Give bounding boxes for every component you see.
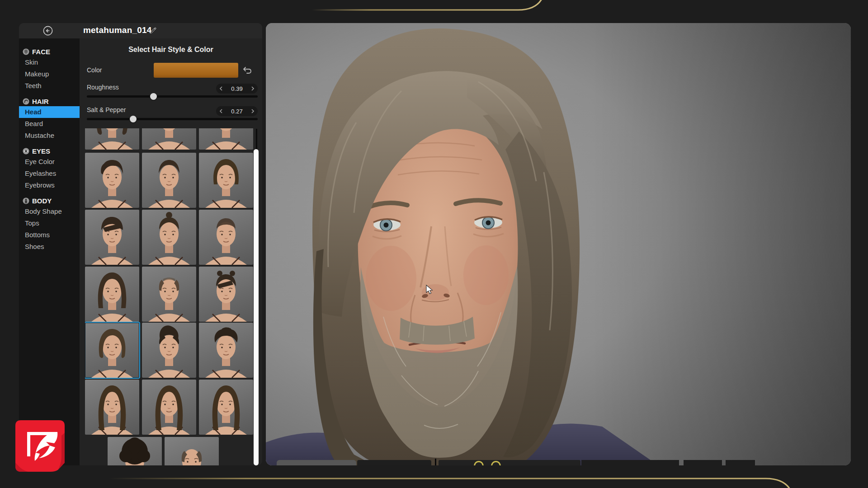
- hairstyle-grid: [85, 128, 253, 465]
- hairstyle-thumbnail[interactable]: [108, 437, 162, 465]
- toolbar-segment-light[interactable]: [277, 460, 356, 465]
- hairstyle-thumbnail[interactable]: [85, 267, 139, 322]
- decrease-icon[interactable]: [219, 109, 223, 113]
- sidebar-item-body-shape[interactable]: Body Shape: [19, 206, 80, 217]
- hair-style-panel: Select Hair Style & Color Color Roughnes…: [80, 38, 262, 465]
- roughness-stepper[interactable]: 0.39: [216, 84, 258, 94]
- hairstyle-thumbnail[interactable]: [142, 153, 196, 208]
- roughness-value: 0.39: [231, 85, 242, 92]
- salt-pepper-slider-handle[interactable]: [130, 116, 137, 122]
- toolbar-segment-dark[interactable]: [581, 460, 679, 465]
- sidebar-item-mustache[interactable]: Mustache: [19, 130, 80, 141]
- section-hair-label: HAIR: [32, 98, 49, 105]
- roughness-slider-handle[interactable]: [150, 93, 157, 100]
- edit-title-icon[interactable]: [149, 27, 156, 34]
- sidebar-item-eye-color[interactable]: Eye Color: [19, 156, 80, 168]
- section-face: FACE Skin Makeup Teeth: [19, 47, 80, 92]
- character-viewport[interactable]: [266, 23, 851, 465]
- salt-pepper-stepper[interactable]: 0.27: [216, 106, 258, 116]
- salt-pepper-label: Salt & Pepper: [87, 106, 126, 113]
- section-body-header: BODY: [19, 196, 80, 206]
- sidebar-item-head[interactable]: Head: [19, 106, 80, 118]
- editor-panel: metahuman_014 FACE Skin Makeup Teeth: [19, 23, 262, 465]
- toolbar-segment-dark[interactable]: [684, 460, 722, 465]
- decrease-icon[interactable]: [219, 86, 223, 91]
- increase-icon[interactable]: [251, 109, 255, 113]
- page-title: metahuman_014: [83, 25, 152, 35]
- toolbar-segment-dark[interactable]: [439, 460, 580, 465]
- color-label: Color: [87, 66, 102, 74]
- hairstyle-thumbnail[interactable]: [199, 210, 253, 265]
- yellow-ring-icon: [474, 461, 484, 465]
- undo-color-icon[interactable]: [242, 66, 252, 75]
- hairstyle-thumbnail-selected[interactable]: [85, 323, 139, 378]
- sidebar-item-eyelashes[interactable]: Eyelashes: [19, 168, 80, 179]
- sidebar-item-tops[interactable]: Tops: [19, 217, 80, 229]
- sidebar-item-makeup[interactable]: Makeup: [19, 68, 80, 80]
- panel-top-bar: metahuman_014: [19, 23, 262, 38]
- hair-icon: [23, 98, 29, 105]
- sidebar-item-shoes[interactable]: Shoes: [19, 241, 80, 253]
- grid-row: [85, 128, 253, 150]
- back-button[interactable]: [43, 26, 53, 36]
- hairstyle-thumbnail[interactable]: [142, 267, 196, 322]
- hairstyle-thumbnail[interactable]: [199, 267, 253, 322]
- hairstyle-thumbnail[interactable]: [142, 128, 196, 150]
- hair-color-swatch[interactable]: [154, 63, 238, 78]
- section-hair: HAIR Head Beard Mustache: [19, 96, 80, 141]
- hairstyle-thumbnail[interactable]: [142, 380, 196, 435]
- yellow-ring-icon: [491, 461, 501, 465]
- section-face-header: FACE: [19, 47, 80, 56]
- toolbar-segment-dark[interactable]: [726, 460, 755, 465]
- salt-pepper-value: 0.27: [231, 108, 242, 115]
- grid-row: [85, 153, 253, 208]
- section-body-label: BODY: [32, 197, 52, 205]
- hairstyle-thumbnail[interactable]: [85, 210, 139, 265]
- metahuman-character-render: [266, 23, 851, 465]
- roughness-label: Roughness: [87, 84, 119, 91]
- section-body: BODY Body Shape Tops Bottoms Shoes: [19, 196, 80, 253]
- increase-icon[interactable]: [251, 86, 255, 91]
- viewport-bottom-toolbar: [266, 458, 851, 465]
- sidebar-item-skin[interactable]: Skin: [19, 56, 80, 68]
- dragon-logo[interactable]: [14, 419, 66, 473]
- category-sidebar: FACE Skin Makeup Teeth HAIR Head Beard M…: [19, 38, 80, 465]
- toolbar-segment-dark[interactable]: [357, 460, 431, 465]
- hairstyle-thumbnail[interactable]: [142, 323, 196, 378]
- grid-scrollbar-thumb[interactable]: [254, 149, 259, 465]
- grid-row: [85, 323, 253, 378]
- hairstyle-thumbnail[interactable]: [85, 153, 139, 208]
- sidebar-item-beard[interactable]: Beard: [19, 118, 80, 130]
- grid-row: [85, 210, 253, 265]
- sidebar-item-eyebrows[interactable]: Eyebrows: [19, 179, 80, 191]
- grid-row: [85, 380, 253, 435]
- toolbar-divider: [435, 459, 436, 465]
- section-eyes: EYES Eye Color Eyelashes Eyebrows: [19, 146, 80, 191]
- section-hair-header: HAIR: [19, 96, 80, 106]
- grid-row: [85, 267, 253, 322]
- section-eyes-header: EYES: [19, 146, 80, 156]
- hairstyle-thumbnail[interactable]: [85, 380, 139, 435]
- grid-row: [85, 437, 253, 465]
- sidebar-item-teeth[interactable]: Teeth: [19, 80, 80, 92]
- hairstyle-thumbnail[interactable]: [199, 153, 253, 208]
- body-icon: [23, 197, 29, 204]
- section-eyes-label: EYES: [32, 147, 50, 155]
- hairstyle-thumbnail[interactable]: [165, 437, 219, 465]
- hairstyle-thumbnail[interactable]: [142, 210, 196, 265]
- section-face-label: FACE: [32, 48, 50, 56]
- hairstyle-thumbnail[interactable]: [199, 323, 253, 378]
- salt-pepper-slider[interactable]: [87, 118, 258, 120]
- hairstyle-thumbnail[interactable]: [199, 128, 253, 150]
- hairstyle-thumbnail[interactable]: [85, 128, 139, 150]
- face-icon: [23, 48, 29, 55]
- sidebar-item-bottoms[interactable]: Bottoms: [19, 229, 80, 241]
- eye-icon: [23, 148, 29, 155]
- roughness-slider[interactable]: [87, 95, 258, 98]
- panel-header: Select Hair Style & Color: [80, 46, 262, 54]
- hairstyle-thumbnail[interactable]: [199, 380, 253, 435]
